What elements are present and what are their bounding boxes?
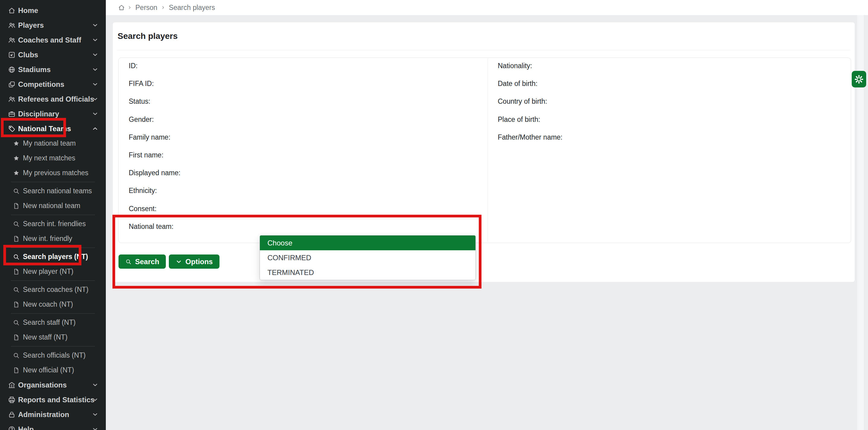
sidebar-item-my-previous-matches[interactable]: My previous matches (0, 165, 106, 180)
sidebar-item-coaches-and-staff[interactable]: Coaches and Staff (0, 33, 106, 47)
father-mother-name-label: Father/Mother name: (498, 130, 563, 144)
sidebar-item-clubs[interactable]: Clubs (0, 47, 106, 62)
settings-gear-button[interactable] (852, 71, 866, 87)
sidebar-item-stadiums[interactable]: Stadiums (0, 62, 106, 77)
sidebar-divider (0, 246, 106, 249)
sidebar-item-search-int-friendlies[interactable]: Search int. friendlies (0, 216, 106, 231)
chevron-down-icon (92, 96, 99, 102)
sidebar-item-label: Search staff (NT) (23, 318, 76, 327)
sidebar-item-label: Coaches and Staff (18, 36, 81, 44)
page-title: Search players (118, 31, 178, 41)
breadcrumb-home-icon[interactable] (118, 4, 125, 11)
search-button[interactable]: Search (119, 254, 166, 269)
sidebar-item-label: Disciplinary (18, 110, 59, 118)
sidebar-divider (0, 213, 106, 216)
sidebar-item-organisations[interactable]: Organisations (0, 377, 106, 392)
dropdown-option-confirmed[interactable]: CONFIRMED (260, 250, 475, 265)
sidebar-item-national-teams[interactable]: National Teams (0, 121, 106, 136)
sidebar-item-competitions[interactable]: Competitions (0, 77, 106, 92)
dropdown-option-terminated[interactable]: TERMINATED (260, 265, 475, 280)
sidebar-item-label: My previous matches (23, 169, 88, 177)
people-icon (8, 36, 16, 44)
options-button[interactable]: Options (169, 254, 219, 269)
sidebar-item-label: New coach (NT) (23, 300, 73, 308)
sidebar-item-search-national-teams[interactable]: Search national teams (0, 184, 106, 198)
sidebar-item-new-player-nt[interactable]: New player (NT) (0, 264, 106, 279)
file-icon (13, 268, 20, 275)
chevron-down-icon (92, 22, 99, 29)
sidebar-item-label: New staff (NT) (23, 333, 67, 341)
sidebar-item-players[interactable]: Players (0, 18, 106, 33)
field-row-first-name: First name: (113, 148, 855, 162)
sidebar-item-my-next-matches[interactable]: My next matches (0, 151, 106, 165)
field-row-ethnicity: Ethnicity: (113, 184, 855, 197)
people-icon (8, 95, 16, 103)
search-icon (13, 319, 20, 326)
question-icon (8, 426, 16, 430)
chevron-down-icon (92, 111, 99, 117)
sidebar-item-label: Clubs (18, 51, 38, 59)
chevron-down-icon (92, 36, 99, 43)
chevron-up-icon (92, 125, 99, 132)
sidebar-item-referees-and-officials[interactable]: Referees and Officials (0, 92, 106, 106)
search-icon (13, 253, 20, 260)
sidebar-item-label: My national team (23, 139, 76, 148)
sidebar-item-disciplinary[interactable]: Disciplinary (0, 106, 106, 121)
sidebar-item-label: Home (18, 6, 38, 15)
sidebar-item-label: Reports and Statistics (18, 396, 94, 404)
search-icon (13, 220, 20, 228)
sidebar-item-label: Help (18, 425, 34, 430)
file-icon (13, 367, 20, 374)
chevron-down-icon (92, 411, 99, 418)
copy-icon (8, 81, 16, 88)
sidebar-item-new-staff-nt[interactable]: New staff (NT) (0, 330, 106, 345)
field-row-consent: Consent: (113, 202, 855, 215)
ethnicity-label: Ethnicity: (129, 184, 157, 197)
file-icon (13, 301, 20, 308)
form-actions: Search Options (119, 254, 222, 269)
sidebar-item-new-official-nt[interactable]: New official (NT) (0, 363, 106, 377)
file-icon (13, 334, 20, 341)
sidebar-item-label: National Teams (18, 125, 71, 133)
search-icon (13, 188, 20, 195)
sidebar-item-new-coach-nt[interactable]: New coach (NT) (0, 297, 106, 312)
globe-icon (8, 66, 16, 73)
sidebar-item-label: New national team (23, 202, 81, 210)
sidebar-divider (0, 312, 106, 315)
sidebar-item-new-national-team[interactable]: New national team (0, 198, 106, 213)
file-icon (13, 202, 20, 210)
sidebar-item-administration[interactable]: Administration (0, 407, 106, 422)
star-icon (13, 155, 20, 162)
chevron-down-icon (92, 81, 99, 88)
field-row-place-of-birth: Place of birth: (113, 113, 855, 126)
place-of-birth-label: Place of birth: (498, 113, 540, 126)
national-team-label: National team: (129, 220, 173, 233)
sidebar-item-label: Search players (NT) (23, 253, 88, 261)
sidebar-item-help[interactable]: Help (0, 422, 106, 430)
star-icon (13, 140, 20, 147)
star-icon (13, 170, 20, 177)
sidebar-item-new-int-friendly[interactable]: New int. friendly (0, 231, 106, 246)
sidebar-item-label: New player (NT) (23, 268, 73, 276)
sidebar-item-home[interactable]: Home (0, 3, 106, 18)
sidebar-item-label: New official (NT) (23, 366, 74, 374)
sidebar-item-search-officials-nt[interactable]: Search officials (NT) (0, 348, 106, 363)
tag-icon (8, 125, 16, 133)
sidebar-item-label: My next matches (23, 154, 75, 162)
nationality-label: Nationality: (498, 59, 532, 72)
first-name-label: First name: (129, 148, 163, 162)
sidebar-item-label: Stadiums (18, 65, 51, 74)
sidebar-item-my-national-team[interactable]: My national team (0, 136, 106, 151)
sidebar-item-reports-and-statistics[interactable]: Reports and Statistics (0, 392, 106, 407)
national-team-dropdown: ChooseCONFIRMEDTERMINATED (259, 235, 476, 280)
sidebar-item-search-players-nt[interactable]: Search players (NT) (0, 249, 106, 264)
sidebar-item-label: Competitions (18, 80, 64, 89)
dropdown-option-choose[interactable]: Choose (260, 236, 475, 250)
sidebar-item-search-coaches-nt[interactable]: Search coaches (NT) (0, 282, 106, 297)
chevron-down-icon (92, 66, 99, 73)
chevron-down-icon (92, 396, 99, 403)
breadcrumb-person[interactable]: Person (135, 4, 157, 12)
chevron-right-icon (161, 5, 165, 10)
sidebar-item-search-staff-nt[interactable]: Search staff (NT) (0, 315, 106, 330)
sidebar-item-label: Search national teams (23, 187, 92, 195)
